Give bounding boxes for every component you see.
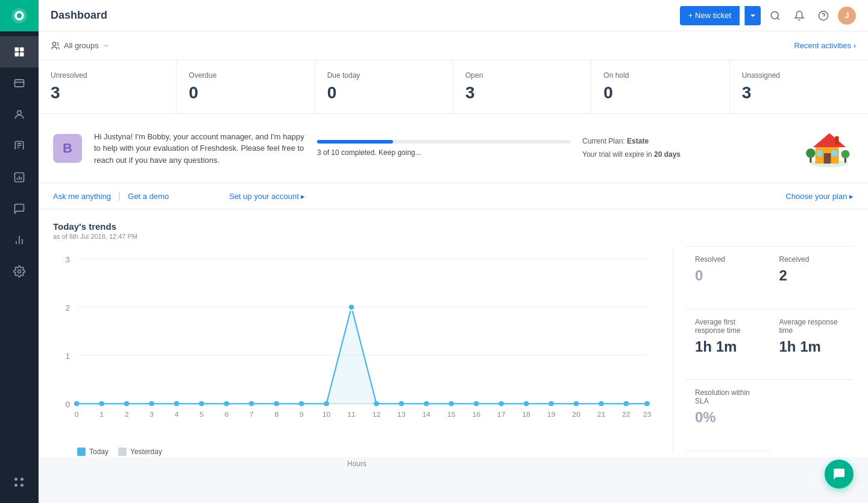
trend-chart: 3 2 1 0 <box>53 246 661 439</box>
svg-text:4: 4 <box>175 410 179 419</box>
svg-text:17: 17 <box>497 410 506 419</box>
stats-row: Unresolved3Overdue0Due today0Open3On hol… <box>39 60 868 114</box>
help-icon[interactable] <box>814 6 833 25</box>
svg-text:21: 21 <box>597 410 606 419</box>
svg-text:18: 18 <box>522 410 530 419</box>
chart-section: Today's trends as of 6th Jul 2018, 12:47… <box>39 209 868 457</box>
svg-point-23 <box>806 148 816 158</box>
bobby-links: Ask me anything | Get a demo Set up your… <box>39 183 868 209</box>
chart-container: 3 2 1 0 <box>53 246 661 451</box>
svg-text:10: 10 <box>322 410 331 419</box>
svg-rect-18 <box>824 153 831 163</box>
svg-rect-3 <box>15 48 19 52</box>
sep-1: | <box>118 191 121 201</box>
chat-fab-button[interactable] <box>825 460 854 489</box>
svg-point-25 <box>841 150 849 159</box>
svg-point-11 <box>771 11 778 19</box>
svg-rect-5 <box>15 52 19 57</box>
page-title: Dashboard <box>51 9 107 22</box>
user-avatar[interactable]: J <box>838 7 856 25</box>
bobby-progress: 3 of 10 completed. Keep going... <box>317 140 570 157</box>
svg-text:1: 1 <box>66 352 70 361</box>
sidebar-item-dashboard[interactable] <box>0 36 39 68</box>
svg-marker-17 <box>813 133 846 147</box>
svg-text:5: 5 <box>200 410 204 419</box>
svg-point-10 <box>18 270 21 273</box>
svg-rect-6 <box>20 52 24 57</box>
chart-stat-item: Resolution within SLA0% <box>685 380 770 451</box>
sidebar-item-apps[interactable] <box>0 467 39 498</box>
svg-text:1: 1 <box>99 410 104 419</box>
svg-text:2: 2 <box>125 410 129 419</box>
bobby-card: B Hi Justyna! I'm Bobby, your account ma… <box>39 114 868 183</box>
stat-card[interactable]: Open3 <box>453 60 591 113</box>
notifications-icon[interactable] <box>790 6 809 25</box>
new-ticket-button[interactable]: + New ticket <box>680 6 740 25</box>
bobby-avatar: B <box>53 134 82 163</box>
chart-stat-item: Received2 <box>770 246 854 309</box>
sidebar-logo[interactable] <box>0 0 39 31</box>
sidebar-item-contacts[interactable] <box>0 99 39 130</box>
groups-selector[interactable]: All groups <box>51 41 110 51</box>
plan-illustration <box>805 126 854 171</box>
svg-rect-4 <box>20 48 24 52</box>
svg-point-40 <box>199 401 204 407</box>
svg-point-35 <box>74 401 80 407</box>
svg-text:19: 19 <box>547 410 556 419</box>
progress-bar-container <box>317 140 570 144</box>
svg-point-58 <box>644 401 650 407</box>
setup-link[interactable]: Set up your account ▸ <box>229 192 305 201</box>
ask-link[interactable]: Ask me anything <box>53 192 111 201</box>
sidebar <box>0 0 39 503</box>
stat-card[interactable]: Overdue0 <box>177 60 315 113</box>
svg-point-8 <box>17 110 22 115</box>
recent-activities-link[interactable]: Recent activities › <box>794 41 856 50</box>
sidebar-item-tickets[interactable] <box>0 68 39 99</box>
svg-point-51 <box>474 401 479 407</box>
svg-text:9: 9 <box>300 410 304 419</box>
groups-label: All groups <box>64 41 99 50</box>
svg-text:6: 6 <box>224 410 228 419</box>
svg-text:16: 16 <box>472 410 480 419</box>
yesterday-dot <box>118 448 127 456</box>
svg-text:14: 14 <box>423 410 431 419</box>
svg-text:8: 8 <box>274 410 278 419</box>
svg-text:23: 23 <box>643 410 652 419</box>
bobby-message: Hi Justyna! I'm Bobby, your account mana… <box>94 131 305 166</box>
svg-point-39 <box>174 401 179 407</box>
svg-text:20: 20 <box>572 410 580 419</box>
choose-plan-link[interactable]: Choose your plan ▸ <box>785 192 854 201</box>
progress-text: 3 of 10 completed. Keep going... <box>317 148 570 157</box>
svg-point-56 <box>599 401 604 407</box>
new-ticket-dropdown-button[interactable] <box>744 6 761 25</box>
svg-point-41 <box>224 401 229 407</box>
sidebar-item-analytics[interactable] <box>0 224 39 256</box>
stat-card[interactable]: Unresolved3 <box>39 60 177 113</box>
svg-point-54 <box>549 401 554 407</box>
svg-text:3: 3 <box>66 255 70 264</box>
stat-card[interactable]: On hold0 <box>591 60 729 113</box>
search-icon[interactable] <box>766 6 785 25</box>
sidebar-item-reports[interactable] <box>0 162 39 193</box>
svg-text:13: 13 <box>397 410 406 419</box>
sidebar-item-knowledge[interactable] <box>0 130 39 162</box>
sidebar-nav <box>0 31 39 467</box>
svg-point-50 <box>448 401 454 407</box>
demo-link[interactable]: Get a demo <box>128 192 169 201</box>
sub-header: All groups Recent activities › <box>39 31 868 60</box>
svg-point-44 <box>299 401 304 407</box>
content-area: All groups Recent activities › Unresolve… <box>39 31 868 503</box>
chart-subtitle: as of 6th Jul 2018, 12:47 PM <box>53 233 854 240</box>
svg-point-42 <box>249 401 254 407</box>
svg-text:2: 2 <box>66 303 70 312</box>
svg-text:0: 0 <box>75 410 79 419</box>
svg-point-36 <box>99 401 104 407</box>
header: Dashboard + New ticket J <box>39 0 868 31</box>
chart-stat-item: Average response time1h 1m <box>770 309 854 381</box>
stat-card[interactable]: Due today0 <box>315 60 453 113</box>
svg-text:7: 7 <box>250 410 254 419</box>
chart-stat-item: Resolved0 <box>685 246 770 309</box>
sidebar-item-chat[interactable] <box>0 193 39 224</box>
stat-card[interactable]: Unassigned3 <box>730 60 868 113</box>
sidebar-item-settings[interactable] <box>0 256 39 287</box>
